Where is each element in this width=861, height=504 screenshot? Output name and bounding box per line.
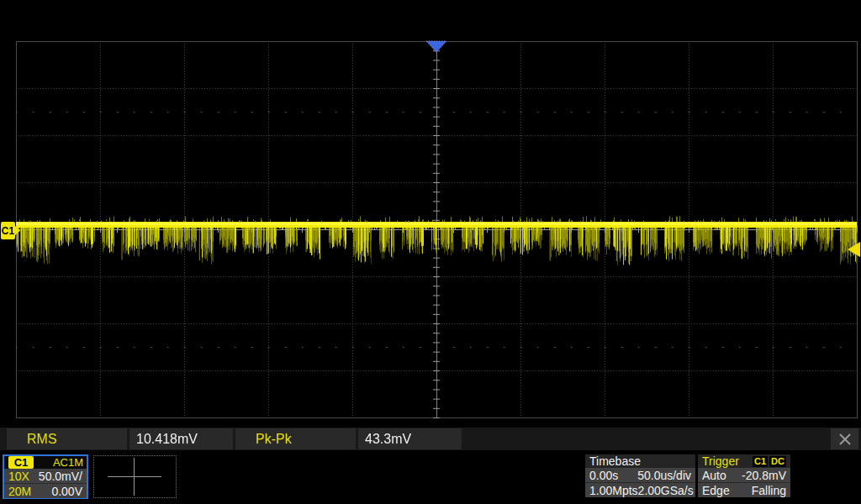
- trigger-level: -20.8mV: [742, 469, 786, 482]
- measurement-cells: RMS 10.418mV Pk-Pk 43.3mV: [7, 428, 462, 449]
- trigger-type: Edge: [702, 484, 730, 497]
- trigger-coupling-badge: DC: [769, 456, 786, 467]
- measurement-bar: RMS 10.418mV Pk-Pk 43.3mV: [0, 428, 861, 450]
- channel-c1-offset: 0.00V: [51, 485, 82, 498]
- crosshair-icon: [134, 458, 135, 496]
- channel-c1-header: C1 AC1M: [4, 456, 87, 469]
- channel-c1-coupling: AC1M: [53, 456, 87, 469]
- measurement-label-pkpk[interactable]: Pk-Pk: [235, 428, 356, 449]
- measurement-value-rms[interactable]: 10.418mV: [129, 428, 233, 449]
- measurement-label-rms[interactable]: RMS: [7, 428, 127, 449]
- channel-offset-marker-c1[interactable]: C1: [1, 222, 20, 239]
- channel-c1-scale-row: 10X 50.0mV/: [4, 469, 87, 483]
- svg-text:C1: C1: [2, 225, 15, 237]
- timebase-delay-row: 0.00s 50.0us/div: [585, 468, 695, 482]
- trigger-mode-row: Auto -20.8mV: [698, 468, 790, 482]
- channel-c1-bandwidth: 20M: [8, 485, 31, 498]
- oscilloscope-screen: C1 RMS 10.418mV Pk-Pk 43.3mV C1 AC1M 10X…: [0, 0, 861, 504]
- trigger-status-box[interactable]: Trigger C1 DC Auto -20.8mV Edge Falling: [698, 454, 790, 497]
- trigger-type-row: Edge Falling: [698, 482, 790, 497]
- channel-c1-badge: C1: [8, 456, 34, 469]
- channel-c1-volts-per-div: 50.0mV/: [39, 470, 82, 483]
- add-channel-slot[interactable]: [93, 455, 177, 498]
- timebase-sampling-row: 1.00Mpts 2.00GSa/s: [585, 482, 695, 497]
- measurements-close-button[interactable]: [831, 428, 858, 449]
- trigger-level-marker[interactable]: [848, 242, 860, 257]
- timebase-time-per-div: 50.0us/div: [637, 469, 691, 482]
- timebase-status-box[interactable]: Timebase 0.00s 50.0us/div 1.00Mpts 2.00G…: [585, 454, 695, 497]
- channel-c1-status-box[interactable]: C1 AC1M 10X 50.0mV/ 20M 0.00V: [3, 454, 88, 499]
- close-icon: [837, 432, 853, 447]
- trigger-badges: C1 DC: [751, 456, 786, 467]
- channel-c1-attenuation: 10X: [8, 470, 29, 483]
- trigger-slope: Falling: [752, 484, 786, 497]
- trigger-header: Trigger C1 DC: [698, 454, 790, 468]
- timebase-title: Timebase: [585, 454, 695, 468]
- trigger-title: Trigger: [702, 454, 739, 468]
- measurement-value-pkpk[interactable]: 43.3mV: [358, 428, 462, 449]
- channel-c1-offset-row: 20M 0.00V: [4, 483, 87, 498]
- trigger-mode: Auto: [702, 469, 726, 482]
- timebase-delay: 0.00s: [589, 469, 618, 482]
- trigger-position-marker[interactable]: [426, 41, 446, 52]
- trigger-source-badge: C1: [753, 456, 768, 467]
- timebase-memory-depth: 1.00Mpts: [589, 484, 638, 497]
- timebase-sample-rate: 2.00GSa/s: [638, 484, 694, 497]
- crosshair-icon: [108, 476, 161, 477]
